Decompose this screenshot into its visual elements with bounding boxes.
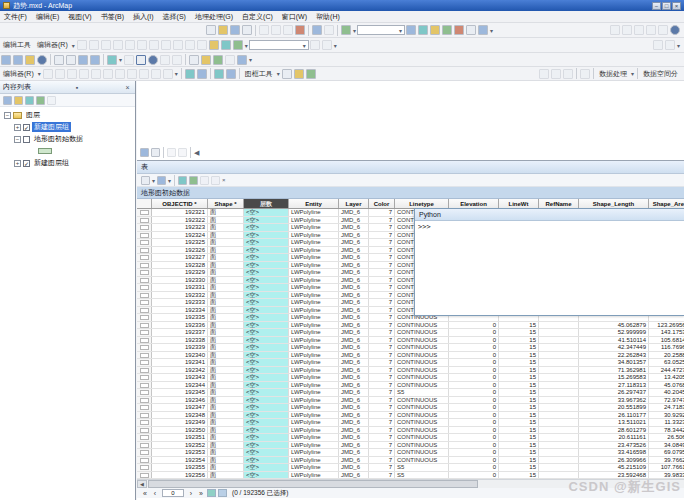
cell-shape-length[interactable]: 28.601279: [579, 427, 649, 434]
table-row[interactable]: 192340 面 <空> LWPolyline JMD_6 7 CONTINUO…: [137, 352, 684, 360]
visibility-checkbox[interactable]: ✓: [23, 160, 30, 167]
table-row[interactable]: 192336 面 <空> LWPolyline JMD_6 7 CONTINUO…: [137, 322, 684, 330]
row-selector[interactable]: [137, 277, 152, 284]
row-selector[interactable]: [137, 464, 152, 471]
tangent-icon[interactable]: [127, 69, 137, 79]
cell-shape-length[interactable]: 26.110177: [579, 412, 649, 419]
cell-color[interactable]: 7: [369, 314, 395, 321]
related-tables-icon[interactable]: [157, 176, 166, 185]
cell-shape-area[interactable]: 20.25887: [649, 352, 684, 359]
vertex-tool-icon[interactable]: [151, 69, 161, 79]
cell-layer[interactable]: JMD_6: [339, 389, 369, 396]
cell-floors[interactable]: <空>: [244, 359, 289, 366]
search-window-icon[interactable]: [442, 25, 452, 35]
table-row[interactable]: 192337 面 <空> LWPolyline JMD_6 7 CONTINUO…: [137, 329, 684, 337]
cell-shape-length[interactable]: 26.309966: [579, 457, 649, 464]
row-selector[interactable]: [137, 427, 152, 434]
cell-objectid[interactable]: 192353: [152, 449, 208, 456]
header-shape-length[interactable]: Shape_Length: [579, 199, 649, 208]
cell-elevation[interactable]: 0: [449, 374, 499, 381]
cell-shape-length[interactable]: 33.416598: [579, 449, 649, 456]
cell-entity[interactable]: LWPolyline: [289, 359, 339, 366]
split-tool-icon[interactable]: [185, 40, 195, 50]
menu-item[interactable]: 书签(B): [101, 12, 124, 22]
cell-layer[interactable]: JMD_6: [339, 404, 369, 411]
cell-linetype[interactable]: CONTINUOUS: [395, 352, 449, 359]
cell-elevation[interactable]: 0: [449, 442, 499, 449]
cell-elevation[interactable]: 0: [449, 449, 499, 456]
cell-color[interactable]: 7: [369, 457, 395, 464]
cell-elevation[interactable]: 0: [449, 389, 499, 396]
cell-layer[interactable]: JMD_6: [339, 314, 369, 321]
cell-linetype[interactable]: CONTINUOUS: [395, 344, 449, 351]
cell-objectid[interactable]: 192327: [152, 254, 208, 261]
cell-linewt[interactable]: 15: [499, 352, 539, 359]
find-binoculars-icon[interactable]: [189, 55, 199, 65]
cell-linewt[interactable]: 15: [499, 367, 539, 374]
cell-linewt[interactable]: 15: [499, 382, 539, 389]
cell-shape[interactable]: 面: [208, 299, 244, 306]
cell-floors[interactable]: <空>: [244, 382, 289, 389]
edit-annotation-icon[interactable]: [89, 40, 99, 50]
fixed-zoom-out-icon[interactable]: [66, 55, 76, 65]
cell-shape[interactable]: 面: [208, 352, 244, 359]
table-tab[interactable]: 地形图初始数据: [137, 187, 684, 199]
window-control-button[interactable]: □: [662, 2, 671, 10]
cell-entity[interactable]: LWPolyline: [289, 344, 339, 351]
cell-color[interactable]: 7: [369, 262, 395, 269]
cell-color[interactable]: 7: [369, 434, 395, 441]
cell-linetype[interactable]: CONTINUOUS: [395, 457, 449, 464]
cell-shape[interactable]: 面: [208, 344, 244, 351]
cell-color[interactable]: 7: [369, 382, 395, 389]
cell-layer[interactable]: JMD_6: [339, 232, 369, 239]
chevron-down-icon[interactable]: ▾: [72, 42, 75, 49]
graphics-icon[interactable]: [610, 25, 620, 35]
annotation-icon[interactable]: [658, 25, 668, 35]
cell-shape-length[interactable]: 22.262843: [579, 352, 649, 359]
cell-shape-length[interactable]: 23.473526: [579, 442, 649, 449]
cell-floors[interactable]: <空>: [244, 374, 289, 381]
cell-color[interactable]: 7: [369, 359, 395, 366]
edit-tool-icon[interactable]: [77, 40, 87, 50]
cell-shape[interactable]: 面: [208, 397, 244, 404]
cell-shape[interactable]: 面: [208, 277, 244, 284]
cell-linewt[interactable]: 15: [499, 419, 539, 426]
table-row[interactable]: 192344 面 <空> LWPolyline JMD_6 7 CONTINUO…: [137, 382, 684, 390]
reshape-feature-icon[interactable]: [161, 40, 171, 50]
cell-floors[interactable]: <空>: [244, 419, 289, 426]
cell-layer[interactable]: JMD_6: [339, 442, 369, 449]
cell-layer[interactable]: JMD_6: [339, 472, 369, 479]
cell-shape[interactable]: 面: [208, 224, 244, 231]
cell-linetype[interactable]: CONTINUOUS: [395, 427, 449, 434]
cell-layer[interactable]: JMD_6: [339, 217, 369, 224]
toc-root-layers[interactable]: − 图层: [4, 109, 135, 121]
menu-item[interactable]: 帮助(H): [316, 12, 340, 22]
row-selector[interactable]: [137, 232, 152, 239]
table-row[interactable]: 192339 面 <空> LWPolyline JMD_6 7 CONTINUO…: [137, 344, 684, 352]
cell-entity[interactable]: LWPolyline: [289, 224, 339, 231]
toolbar-overflow-icon[interactable]: ▾: [334, 42, 337, 49]
cell-entity[interactable]: LWPolyline: [289, 404, 339, 411]
cell-shape[interactable]: 面: [208, 427, 244, 434]
cell-shape-length[interactable]: 45.062879: [579, 322, 649, 329]
straight-segment-icon[interactable]: [67, 69, 77, 79]
cell-floors[interactable]: <空>: [244, 404, 289, 411]
undo-icon[interactable]: [312, 25, 322, 35]
back-extent-icon[interactable]: [78, 55, 88, 65]
visibility-checkbox-unchecked[interactable]: [23, 136, 30, 143]
zoom-in-icon[interactable]: [1, 55, 11, 65]
edit-tool-icon[interactable]: [43, 69, 53, 79]
new-document-icon[interactable]: [206, 25, 216, 35]
cell-shape-length[interactable]: 45.215109: [579, 464, 649, 471]
cell-shape-area[interactable]: 30.92929: [649, 412, 684, 419]
table-row[interactable]: 192350 面 <空> LWPolyline JMD_6 7 CONTINUO…: [137, 427, 684, 435]
data-processing-menu-label[interactable]: 数据处理: [599, 69, 627, 79]
cell-shape-area[interactable]: 34.08494: [649, 442, 684, 449]
chevron-down-icon[interactable]: ▾: [38, 70, 41, 77]
cell-shape-area[interactable]: 123.269562: [649, 322, 684, 329]
cell-floors[interactable]: <空>: [244, 329, 289, 336]
cell-layer[interactable]: JMD_6: [339, 247, 369, 254]
cell-linetype[interactable]: CONTINUOUS: [395, 434, 449, 441]
grid-icon[interactable]: [563, 69, 573, 79]
cell-shape[interactable]: 面: [208, 374, 244, 381]
